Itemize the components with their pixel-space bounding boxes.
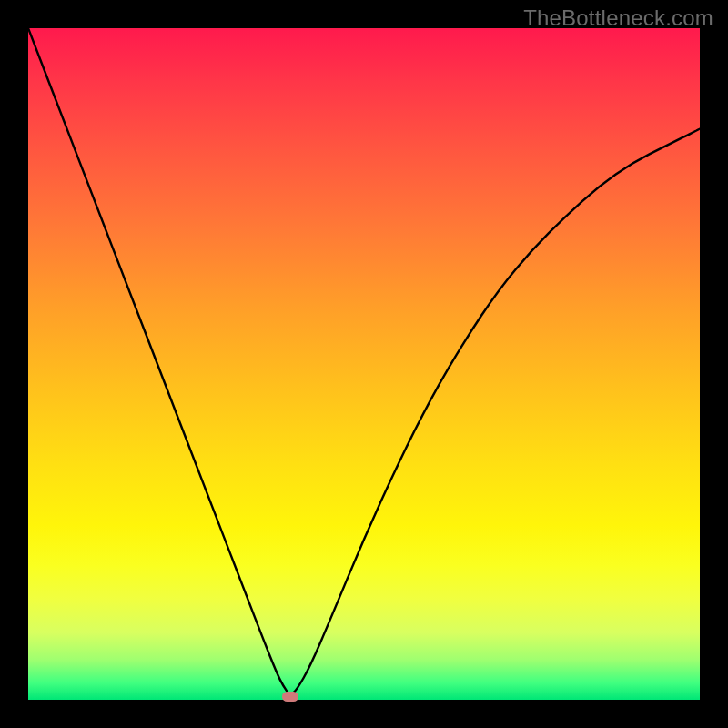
bottleneck-curve — [28, 28, 700, 700]
plot-area — [28, 28, 700, 700]
watermark-text: TheBottleneck.com — [523, 5, 713, 31]
sweet-spot-marker — [282, 692, 298, 702]
chart-frame: TheBottleneck.com — [0, 0, 728, 728]
